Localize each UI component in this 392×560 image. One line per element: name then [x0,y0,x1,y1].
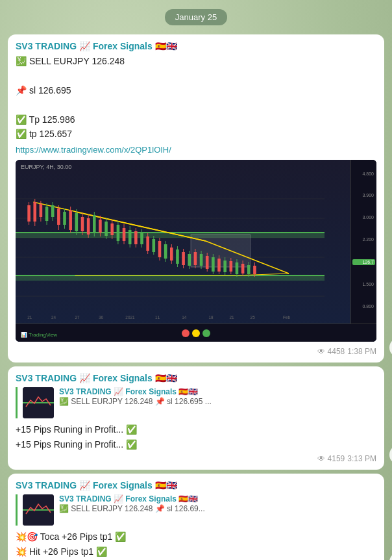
message-text-3: 💥🎯 Toca +26 Pips tp1 ✅ 💥 Hit +26 Pips tp… [16,529,376,559]
channel-name-2[interactable]: SV3 TRADING 📈 Forex Signals 🇪🇸🇬🇧 [16,373,376,383]
message-wrapper-2: SV3 TRADING 📈 Forex Signals 🇪🇸🇬🇧 SV3 TRA… [8,366,384,470]
reply-channel-3: SV3 TRADING 📈 Forex Signals 🇪🇸🇬🇧 [59,494,376,503]
dot-red [182,329,190,337]
views-icon-1: 👁 [317,347,325,356]
views-count-2: 4159 [328,454,345,463]
reply-text-2: SV3 TRADING 📈 Forex Signals 🇪🇸🇬🇧 💹 SELL … [59,387,376,407]
reply-text-3: SV3 TRADING 📈 Forex Signals 🇪🇸🇬🇧 💹 SELL … [59,494,376,515]
message-card-3: SV3 TRADING 📈 Forex Signals 🇪🇸🇬🇧 SV3 TRA… [8,474,384,560]
reply-thumbnail-3 [23,494,54,526]
reply-preview-2: SV3 TRADING 📈 Forex Signals 🇪🇸🇬🇧 💹 SELL … [16,387,376,418]
msg3-line2: 💥 Hit +26 Pips tp1 ✅ [16,544,376,559]
msg1-line3: ✅ Tp 125.986 [16,112,376,127]
svg-text:21: 21 [27,315,32,320]
message-text-1: 💹 SELL EURJPY 126.248 📌 sl 126.695 ✅ Tp … [16,54,376,141]
message-wrapper-1: SV3 TRADING 📈 Forex Signals 🇪🇸🇬🇧 💹 SELL … [8,34,384,363]
msg2-line2: +15 Pips Runing in Profit... ✅ [16,437,376,452]
message-card-2: SV3 TRADING 📈 Forex Signals 🇪🇸🇬🇧 SV3 TRA… [8,366,384,470]
channel-name-1[interactable]: SV3 TRADING 📈 Forex Signals 🇪🇸🇬🇧 [16,41,376,51]
svg-rect-8 [16,275,325,281]
msg2-line1: +15 Pips Runing in Profit... ✅ [16,422,376,437]
svg-text:14: 14 [182,315,186,320]
svg-text:27: 27 [75,315,80,320]
time-1: 1:38 PM [347,347,376,356]
forward-button-3[interactable]: ↪ [389,552,392,560]
reply-thumbnail-2 [23,387,54,418]
svg-text:24: 24 [51,315,56,320]
msg1-line4: ✅ tp 125.657 [16,127,376,141]
svg-text:30: 30 [99,315,103,320]
dot-yellow [192,329,200,337]
date-badge: January 25 [165,9,227,25]
dot-green [202,329,210,337]
svg-text:2021: 2021 [125,315,134,320]
svg-text:25: 25 [251,315,255,320]
message-wrapper-3: SV3 TRADING 📈 Forex Signals 🇪🇸🇬🇧 SV3 TRA… [8,474,384,560]
svg-text:11: 11 [155,315,160,320]
forward-button-1[interactable]: ↪ [389,338,392,357]
channel-name-3[interactable]: SV3 TRADING 📈 Forex Signals 🇪🇸🇬🇧 [16,480,376,490]
message-meta-2: 👁 4159 3:13 PM [16,454,376,463]
chart-bottom-controls [16,324,376,342]
reply-preview-3: SV3 TRADING 📈 Forex Signals 🇪🇸🇬🇧 💹 SELL … [16,494,376,526]
tradingview-link[interactable]: https://www.tradingview.com/x/2QP1lOIH/ [16,145,376,155]
msg1-line1: 💹 SELL EURJPY 126.248 [16,54,376,68]
tradingview-logo: 📊 TradingView [21,332,57,338]
chart-header-text: EURJPY, 4H, 30.00 [21,164,71,170]
message-meta-1: 👁 4458 1:38 PM [16,347,376,356]
message-text-2: +15 Pips Runing in Profit... ✅ +15 Pips … [16,422,376,452]
reply-channel-2: SV3 TRADING 📈 Forex Signals 🇪🇸🇬🇧 [59,387,376,396]
chart-price-axis: 4.800 3.900 3.000 2.200 126.7 1.500 0.80… [350,160,376,342]
reply-content-3: 💹 SELL EURJPY 126.248 📌 sl 126.69... [59,503,376,515]
svg-text:21: 21 [230,315,234,320]
msg1-line2: 📌 sl 126.695 [16,83,376,97]
views-icon-2: 👁 [317,454,325,463]
chart-control-dots [182,329,210,337]
msg3-line1: 💥🎯 Toca +26 Pips tp1 ✅ [16,529,376,544]
message-card-1: SV3 TRADING 📈 Forex Signals 🇪🇸🇬🇧 💹 SELL … [8,34,384,363]
reply-content-2: 💹 SELL EURJPY 126.248 📌 sl 126.695 ... [59,396,376,407]
time-2: 3:13 PM [347,454,376,463]
forward-button-2[interactable]: ↪ [389,445,392,465]
svg-text:Feb: Feb [283,315,290,320]
chart-image: EURJPY, 4H, 30.00 [16,160,376,342]
views-count-1: 4458 [328,347,345,356]
svg-text:18: 18 [209,315,214,320]
